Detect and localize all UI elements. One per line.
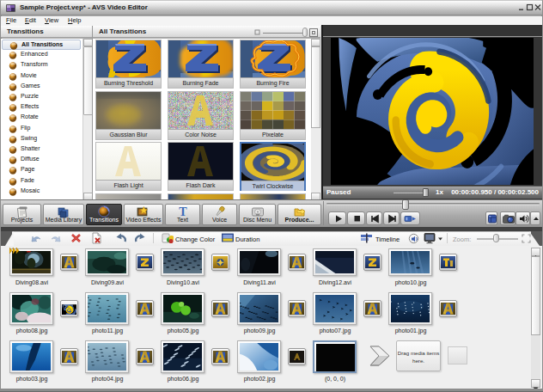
svg-text:T: T: [179, 205, 187, 217]
